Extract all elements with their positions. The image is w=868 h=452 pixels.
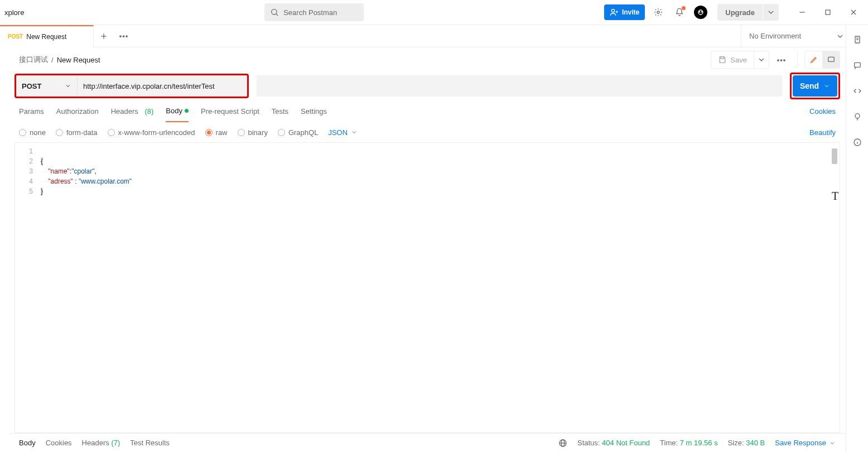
send-button[interactable]: Send (793, 75, 837, 97)
tab-prerequest[interactable]: Pre-request Script (201, 100, 259, 122)
beautify-button[interactable]: Beautify (809, 128, 836, 137)
body-xform[interactable]: x-www-form-urlencoded (108, 128, 195, 137)
method-url-highlight: POST http://interface.vip.cpolar.cn/test… (15, 74, 249, 98)
svg-rect-10 (826, 10, 830, 15)
comment-icon (853, 61, 862, 70)
unsaved-dot (185, 109, 189, 113)
comment-mode-button[interactable] (822, 51, 840, 69)
gear-icon (654, 8, 663, 17)
divider (797, 51, 798, 68)
url-fill[interactable] (257, 75, 782, 97)
body-formdata[interactable]: form-data (56, 128, 98, 137)
save-button[interactable]: Save (711, 51, 754, 69)
search-icon (270, 8, 279, 17)
svg-point-5 (657, 11, 659, 13)
bot-button[interactable] (693, 4, 708, 20)
save-response-button[interactable]: Save Response (775, 439, 836, 447)
window-minimize[interactable] (792, 4, 812, 20)
invite-icon (610, 8, 619, 17)
body-lang-select[interactable]: JSON (328, 128, 358, 137)
size-value: 340 B (746, 439, 765, 447)
tab-authorization[interactable]: Authorization (56, 100, 99, 122)
resp-tab-cookies[interactable]: Cookies (46, 439, 72, 447)
chevron-down-icon (766, 8, 775, 17)
tab-title: New Request (26, 33, 66, 41)
url-input[interactable]: http://interface.vip.cpolar.cn/test/inte… (78, 75, 247, 97)
environment-select[interactable]: No Environment (741, 25, 852, 47)
status-label: Status: (577, 439, 600, 447)
info-pane-button[interactable] (850, 134, 865, 150)
body-binary[interactable]: binary (238, 128, 268, 137)
resp-tab-tests[interactable]: Test Results (130, 439, 170, 447)
save-icon (718, 55, 727, 64)
document-icon (853, 35, 862, 44)
environment-label: No Environment (749, 32, 801, 40)
notifications-button[interactable] (672, 4, 687, 20)
chevron-down-icon (823, 83, 830, 89)
search-placeholder: Search Postman (283, 8, 337, 17)
resp-tab-body[interactable]: Body (19, 439, 36, 447)
svg-rect-27 (721, 57, 724, 59)
chevron-down-icon (65, 83, 71, 89)
upgrade-chevron[interactable] (763, 4, 779, 21)
breadcrumb-parent[interactable]: 接口调试 (19, 55, 48, 65)
tab-body[interactable]: Body (166, 100, 189, 122)
upgrade-button[interactable]: Upgrade (717, 4, 763, 21)
breadcrumb-sep: / (51, 56, 54, 64)
svg-rect-20 (854, 62, 860, 67)
time-value: 7 m 19.56 s (680, 439, 718, 447)
cookies-link[interactable]: Cookies (809, 107, 836, 116)
hints-pane-button[interactable] (850, 109, 865, 124)
svg-point-0 (272, 9, 277, 15)
chevron-down-icon (829, 440, 836, 446)
body-none[interactable]: none (19, 128, 46, 137)
info-icon (853, 138, 862, 147)
svg-point-2 (611, 9, 614, 12)
docs-pane-button[interactable] (850, 32, 865, 47)
chevron-down-icon (351, 129, 358, 136)
save-dropdown[interactable] (754, 51, 769, 69)
tab-tests[interactable]: Tests (272, 100, 288, 122)
send-highlight: Send (790, 73, 840, 99)
request-tab[interactable]: POST New Request (0, 25, 94, 47)
code-icon (853, 86, 862, 95)
method-select[interactable]: POST (16, 75, 78, 97)
workspace-link[interactable]: xplore (4, 8, 24, 17)
tab-params[interactable]: Params (19, 100, 44, 122)
globe-icon[interactable] (558, 439, 567, 448)
body-raw[interactable]: raw (205, 128, 228, 137)
resp-tab-headers[interactable]: Headers (7) (82, 439, 120, 447)
bulb-icon (853, 112, 862, 121)
window-maximize[interactable] (818, 4, 838, 20)
tab-settings[interactable]: Settings (301, 100, 327, 122)
search-input[interactable]: Search Postman (264, 3, 364, 21)
pencil-icon (809, 55, 818, 64)
edit-button[interactable] (804, 51, 822, 69)
more-actions-button[interactable]: ••• (773, 51, 790, 69)
new-tab-button[interactable] (94, 32, 114, 41)
scroll-thumb[interactable] (832, 148, 837, 164)
svg-point-8 (702, 12, 702, 12)
breadcrumb-current: New Request (57, 56, 100, 64)
body-graphql[interactable]: GraphQL (278, 128, 318, 137)
chevron-down-icon (836, 32, 845, 41)
code-pane-button[interactable] (850, 83, 865, 99)
svg-rect-28 (828, 57, 835, 61)
window-close[interactable] (843, 4, 864, 20)
tab-overflow-button[interactable]: ••• (114, 32, 134, 40)
settings-button[interactable] (650, 4, 666, 20)
editor-gutter: 12345 (15, 143, 37, 432)
tab-headers[interactable]: Headers (8) (111, 100, 154, 122)
close-icon (849, 8, 858, 17)
invite-button[interactable]: Invite (604, 4, 645, 20)
comments-pane-button[interactable] (850, 57, 865, 73)
tab-method: POST (8, 33, 23, 40)
body-editor[interactable]: 12345 {····"name":"cpolar",····"adress" … (15, 142, 840, 433)
maximize-icon (823, 8, 832, 17)
size-label: Size: (728, 439, 744, 447)
text-caret-handle: T (832, 191, 840, 202)
plus-icon (99, 32, 108, 41)
method-label: POST (22, 82, 41, 90)
svg-point-21 (855, 114, 860, 118)
editor-code[interactable]: {····"name":"cpolar",····"adress" : "www… (37, 143, 840, 432)
